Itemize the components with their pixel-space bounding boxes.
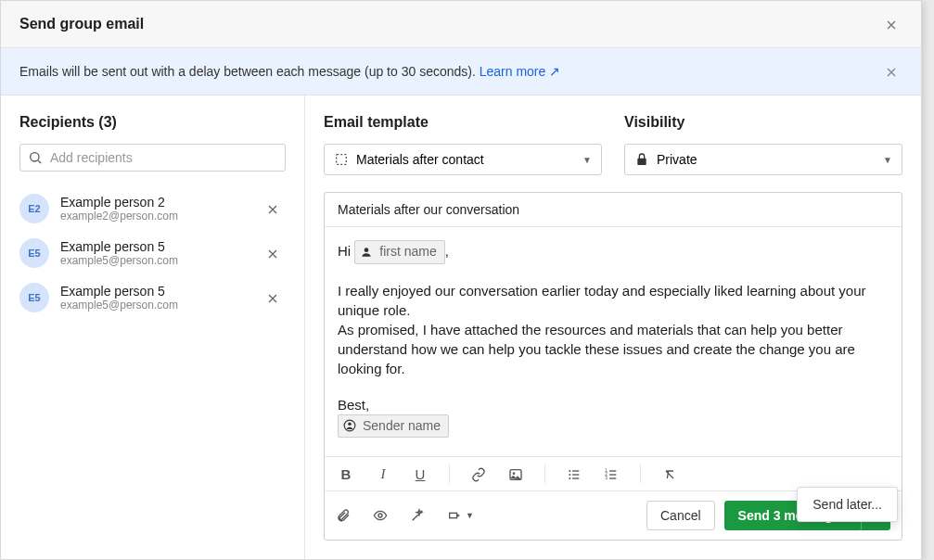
recipients-panel: Recipients (3) E2 Example person 2 examp… (1, 95, 305, 559)
svg-point-9 (569, 477, 570, 479)
svg-text:3: 3 (605, 476, 608, 480)
greeting-suffix: , (445, 243, 449, 259)
email-signoff: Best, (338, 395, 889, 414)
unordered-list-icon (567, 467, 582, 482)
remove-recipient-button[interactable] (260, 241, 286, 264)
cancel-button[interactable]: Cancel (646, 501, 715, 530)
underline-button[interactable]: U (410, 466, 430, 482)
template-visibility-row: Email template Materials after contact ▼… (324, 114, 902, 175)
chevron-down-icon: ▼ (883, 155, 892, 165)
svg-rect-11 (572, 474, 579, 475)
close-icon (884, 18, 899, 32)
modal-title: Send group email (19, 16, 144, 32)
remove-recipient-button[interactable] (260, 197, 286, 220)
group-email-modal: Send group email Emails will be sent out… (0, 0, 922, 560)
image-button[interactable] (505, 465, 526, 482)
svg-rect-10 (572, 470, 579, 471)
formatting-toolbar: B I U 123 (325, 456, 902, 490)
svg-point-4 (348, 423, 352, 426)
svg-point-19 (378, 514, 382, 517)
clear-format-icon (662, 467, 677, 482)
avatar: E5 (19, 283, 49, 312)
recipient-email: example5@person.com (60, 254, 260, 267)
greeting-prefix: Hi (338, 243, 354, 259)
svg-rect-18 (609, 477, 616, 478)
chevron-down-icon: ▼ (582, 155, 592, 165)
svg-rect-12 (572, 477, 579, 478)
template-title: Email template (324, 114, 602, 131)
email-para1: I really enjoyed our conversation earlie… (338, 281, 889, 320)
remove-recipient-button[interactable] (260, 286, 286, 309)
link-icon (471, 467, 486, 482)
merge-token-first-name[interactable]: first name (354, 240, 444, 264)
recipient-search-input[interactable] (50, 150, 277, 165)
avatar: E5 (19, 238, 49, 268)
visibility-select[interactable]: Private ▼ (624, 144, 902, 175)
svg-point-2 (365, 248, 369, 252)
svg-point-6 (513, 472, 516, 475)
merge-field-icon (447, 508, 462, 523)
learn-more-link[interactable]: Learn more ↗ (480, 64, 560, 79)
banner-text-content: Emails will be sent out with a delay bet… (19, 64, 480, 79)
recipients-title: Recipients (3) (19, 114, 286, 131)
recipient-row: E2 Example person 2 example2@person.com (19, 186, 286, 231)
merge-token-sender-name[interactable]: Sender name (338, 414, 449, 439)
visibility-selected: Private (657, 152, 697, 167)
unordered-list-button[interactable] (564, 465, 584, 482)
merge-field-button[interactable]: ▼ (447, 508, 474, 523)
email-body[interactable]: Hi first name , I really enjoyed our con… (325, 227, 902, 456)
send-options-menu: Send later... (797, 487, 898, 522)
token-label: first name (379, 243, 436, 261)
template-column: Email template Materials after contact ▼ (324, 114, 602, 175)
visibility-column: Visibility Private ▼ (624, 114, 902, 175)
recipient-search[interactable] (19, 144, 286, 172)
svg-rect-20 (450, 513, 457, 517)
recipient-name: Example person 5 (60, 239, 260, 254)
lock-icon (634, 152, 649, 167)
link-button[interactable] (468, 465, 489, 482)
svg-point-7 (569, 470, 570, 472)
paperclip-icon (336, 508, 351, 523)
avatar: E2 (19, 194, 49, 223)
svg-rect-1 (337, 155, 347, 165)
recipient-row: E5 Example person 5 example5@person.com (19, 275, 286, 320)
person-circle-icon (342, 418, 357, 433)
svg-rect-16 (609, 470, 616, 471)
magic-button[interactable] (410, 508, 430, 523)
modal-body: Recipients (3) E2 Example person 2 examp… (1, 95, 921, 559)
svg-point-8 (569, 474, 570, 476)
search-icon (28, 150, 43, 165)
visibility-title: Visibility (624, 114, 902, 131)
learn-more-label: Learn more (480, 64, 546, 79)
modal-close-button[interactable] (880, 12, 902, 36)
eye-icon (373, 508, 388, 523)
attachment-button[interactable] (336, 508, 356, 523)
email-para2: As promised, I have attached the resourc… (338, 320, 889, 378)
svg-point-0 (31, 153, 39, 161)
recipient-info: Example person 5 example5@person.com (60, 284, 260, 312)
separator (449, 465, 450, 483)
template-selected: Materials after contact (356, 152, 484, 167)
email-subject[interactable]: Materials after our conversation (325, 193, 902, 227)
clear-formatting-button[interactable] (659, 465, 680, 482)
ordered-list-icon: 123 (604, 467, 619, 482)
banner-text: Emails will be sent out with a delay bet… (19, 64, 560, 79)
recipient-email: example5@person.com (60, 299, 260, 312)
italic-button[interactable]: I (373, 466, 393, 482)
chevron-down-icon: ▼ (466, 511, 474, 520)
bold-button[interactable]: B (336, 466, 356, 482)
svg-rect-17 (609, 474, 616, 475)
token-label: Sender name (363, 417, 441, 436)
separator (640, 465, 641, 483)
ordered-list-button[interactable]: 123 (601, 465, 621, 482)
template-select[interactable]: Materials after contact ▼ (324, 144, 602, 175)
close-icon (265, 247, 280, 261)
banner-close-button[interactable] (880, 59, 902, 83)
send-later-item[interactable]: Send later... (812, 497, 882, 512)
close-icon (265, 202, 280, 217)
footer-icons: ▼ (336, 508, 474, 523)
close-icon (265, 291, 280, 306)
info-banner: Emails will be sent out with a delay bet… (1, 48, 921, 95)
preview-button[interactable] (373, 508, 393, 523)
separator (544, 465, 545, 483)
